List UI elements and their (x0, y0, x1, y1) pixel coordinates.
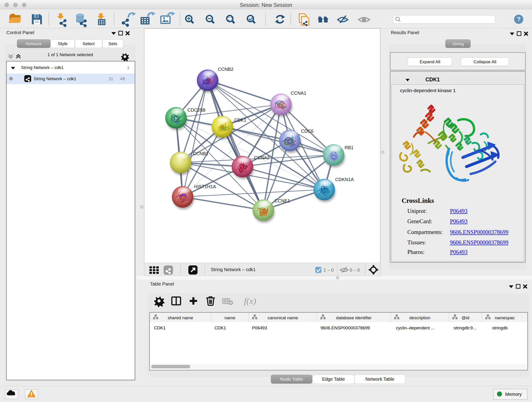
svg-text:CCNA1: CCNA1 (291, 90, 306, 96)
svg-text:?: ? (517, 16, 520, 23)
svg-text:HIST1H1A: HIST1H1A (194, 184, 216, 189)
svg-text:f(x): f(x) (244, 296, 256, 306)
svg-text:CDK1: CDK1 (234, 118, 246, 123)
svg-text:RB1: RB1 (345, 145, 354, 150)
svg-text:CDC6: CDC6 (301, 128, 313, 134)
svg-text:CDKN1A: CDKN1A (335, 177, 354, 182)
svg-text:String Network – cdk1: String Network – cdk1 (211, 267, 256, 272)
svg-text:0 – 0: 0 – 0 (350, 268, 360, 273)
svg-text:CCNE1: CCNE1 (274, 198, 290, 203)
svg-text:CCNB1: CCNB1 (193, 151, 209, 156)
svg-text:CDC25B: CDC25B (187, 108, 206, 113)
svg-text:CCNA2: CCNA2 (254, 155, 270, 160)
svg-text:1 – 0: 1 – 0 (323, 268, 334, 273)
svg-text:CCNB2: CCNB2 (218, 67, 234, 72)
